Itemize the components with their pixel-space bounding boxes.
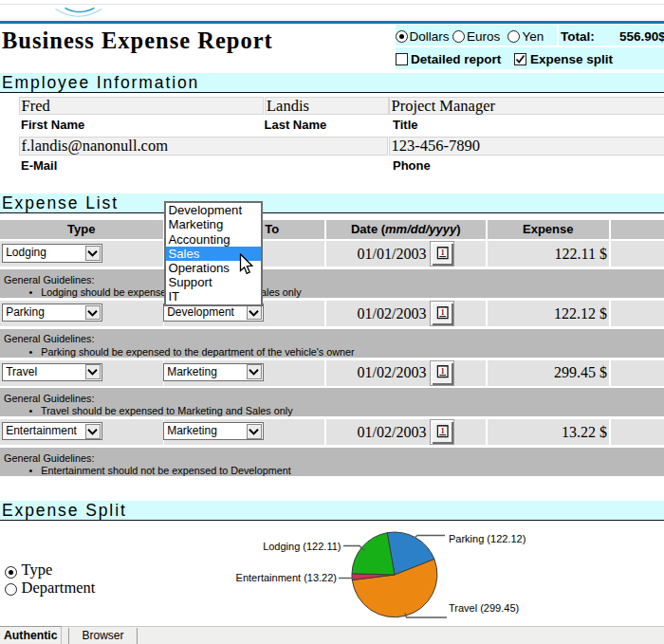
svg-text:Parking (122.12): Parking (122.12) [449, 533, 526, 544]
svg-text:1: 1 [441, 307, 445, 317]
svg-text:Entertainment (13.22): Entertainment (13.22) [236, 572, 337, 583]
svg-text:Travel (299.45): Travel (299.45) [449, 602, 519, 614]
svg-text:1: 1 [441, 426, 445, 435]
svg-text:1: 1 [441, 366, 445, 376]
svg-text:Lodging (122.11): Lodging (122.11) [263, 541, 341, 552]
svg-text:1: 1 [441, 248, 445, 257]
